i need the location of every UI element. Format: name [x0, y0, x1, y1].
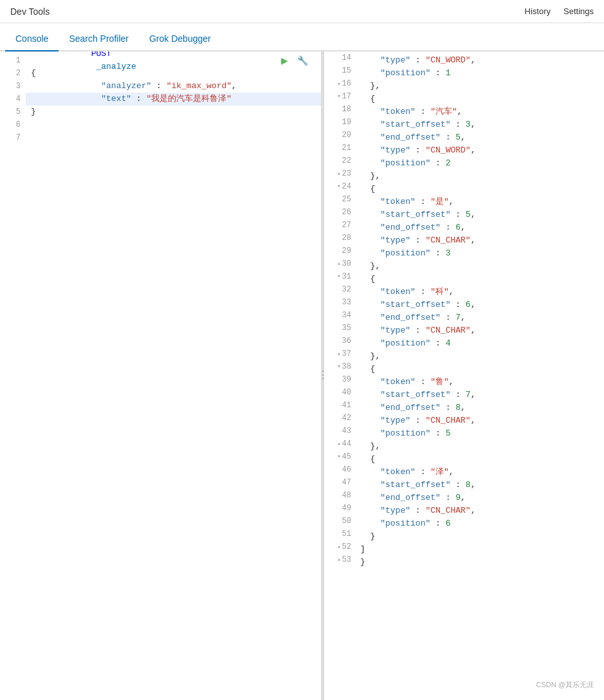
fold-down-arrow-2: ▾ [0, 67, 1, 80]
fold-up-arrow-52: ▴ [337, 540, 340, 553]
results-line-content-15: "position" : 1 [355, 67, 604, 80]
line-num-7: 7 [5, 131, 21, 144]
results-line-content-33: "start_offset" : 6, [355, 299, 604, 311]
results-line-num-41: 41 [328, 399, 351, 412]
results-line-content-31: { [355, 273, 604, 286]
results-line-num-33: 33 [328, 296, 351, 309]
fold-up-arrow-37: ▴ [337, 347, 340, 360]
results-line-num-27: 27 [328, 219, 351, 232]
results-line-content-48: "end_offset" : 9, [355, 492, 604, 504]
top-bar-actions: History Settings [525, 6, 594, 16]
editor-line-4-content: "text" : "我是的汽车是科鲁泽" [31, 80, 232, 118]
results-line-num-26: 26 [328, 206, 351, 219]
fold-up-arrow-16: ▴ [337, 77, 340, 90]
results-line-num-16: ▴16 [328, 77, 351, 90]
results-line-num-48: 48 [328, 489, 351, 502]
results-line-num-44: ▴44 [328, 438, 351, 450]
fold-down-arrow-24: ▾ [337, 180, 340, 193]
tab-grok-debugger[interactable]: Grok Debugger [139, 27, 221, 51]
editor-line-numbers: 1 ▾2 3 4 5 6 7 [0, 51, 26, 679]
results-line-content-40: "start_offset" : 7, [355, 389, 604, 401]
results-line-content-23: }, [355, 170, 604, 183]
results-line-content-25: "token" : "是", [355, 196, 604, 208]
editor-line-1: POST _analyze ▶ 🔧 [26, 54, 321, 67]
fold-down-arrow-31: ▾ [337, 270, 340, 283]
main-content: 1 ▾2 3 4 5 6 7 POST _analyze [0, 51, 604, 700]
settings-button[interactable]: 🔧 [295, 54, 311, 67]
results-line-num-50: 50 [328, 515, 351, 528]
results-panel[interactable]: 1415▴16▾171819202122▴23▾242526272829▴30▾… [324, 51, 604, 700]
editor-line-5-content: } [31, 106, 36, 118]
results-line-num-45: ▾45 [328, 450, 351, 463]
results-line-content-19: "start_offset" : 3, [355, 118, 604, 131]
line-num-3: 3 [5, 80, 21, 93]
results-line-content-35: "type" : "CN_CHAR", [355, 324, 604, 337]
http-method: POST [91, 51, 111, 59]
results-line-content-50: "position" : 6 [355, 517, 604, 530]
results-line-content-30: }, [355, 260, 604, 273]
results-line-num-18: 18 [328, 103, 351, 116]
fold-down-arrow-45: ▾ [337, 450, 340, 463]
settings-link[interactable]: Settings [563, 6, 594, 16]
fold-down-arrow-17: ▾ [337, 90, 340, 103]
watermark: CSDN @其乐无涯 [536, 680, 594, 690]
results-line-content-14: "type" : "CN_WORD", [355, 54, 604, 67]
results-line-content-37: }, [355, 350, 604, 363]
code-area[interactable]: 1 ▾2 3 4 5 6 7 POST _analyze [0, 51, 321, 679]
editor-line-7 [26, 131, 321, 144]
tab-search-profiler[interactable]: Search Profiler [59, 27, 139, 51]
resizer-dots-icon: ⋮ [318, 371, 328, 381]
results-line-content-17: { [355, 93, 604, 106]
results-line-num-23: ▴23 [328, 167, 351, 180]
results-line-content-43: "position" : 5 [355, 427, 604, 440]
editor-line-4: "text" : "我是的汽车是科鲁泽" [26, 93, 321, 106]
results-line-content-45: { [355, 453, 604, 466]
fold-up-arrow-23: ▴ [337, 167, 340, 180]
results-line-num-52: ▴52 [328, 540, 351, 553]
editor-line-6 [26, 118, 321, 131]
results-code: 1415▴16▾171819202122▴23▾242526272829▴30▾… [324, 51, 604, 571]
results-line-num-25: 25 [328, 193, 351, 206]
results-line-num-29: 29 [328, 244, 351, 257]
results-line-content-41: "end_offset" : 8, [355, 401, 604, 414]
results-line-num-38: ▾38 [328, 360, 351, 373]
results-line-num-40: 40 [328, 386, 351, 399]
results-line-num-14: 14 [328, 51, 351, 64]
results-line-content-20: "end_offset" : 5, [355, 131, 604, 144]
results-line-num-51: 51 [328, 528, 351, 540]
line-actions: ▶ 🔧 [279, 54, 311, 67]
results-line-num-15: 15 [328, 64, 351, 77]
results-line-content-38: { [355, 363, 604, 376]
results-line-num-22: 22 [328, 154, 351, 167]
results-line-content-24: { [355, 183, 604, 196]
tabs-bar: Console Search Profiler Grok Debugger [0, 23, 604, 51]
results-line-content-39: "token" : "鲁", [355, 376, 604, 389]
results-line-content-44: }, [355, 440, 604, 453]
results-line-content-27: "end_offset" : 6, [355, 221, 604, 234]
results-line-num-24: ▾24 [328, 180, 351, 193]
panel-resizer[interactable]: ⋮ [322, 51, 324, 700]
fold-up-arrow-44: ▴ [337, 438, 340, 450]
results-line-num-21: 21 [328, 142, 351, 154]
line-num-6: 6 [5, 118, 21, 131]
results-line-content-46: "token" : "泽", [355, 466, 604, 479]
results-line-content-52: ] [355, 543, 604, 556]
history-link[interactable]: History [525, 6, 551, 16]
results-line-content-22: "position" : 2 [355, 157, 604, 170]
results-line-num-47: 47 [328, 476, 351, 489]
results-line-content-29: "position" : 3 [355, 247, 604, 260]
fold-up-arrow-53: ▴ [337, 553, 340, 566]
results-line-content-32: "token" : "科", [355, 286, 604, 299]
editor-code-content[interactable]: POST _analyze ▶ 🔧 { "analyzer" : "ik_max [26, 51, 321, 679]
run-button[interactable]: ▶ [279, 54, 291, 67]
results-line-content-53: } [355, 556, 604, 569]
results-line-content-18: "token" : "汽车", [355, 106, 604, 118]
tab-console[interactable]: Console [5, 27, 59, 51]
results-line-num-35: 35 [328, 322, 351, 335]
results-line-num-36: 36 [328, 335, 351, 347]
line-num-4: 4 [5, 93, 21, 106]
results-line-content-36: "position" : 4 [355, 337, 604, 350]
results-line-content-42: "type" : "CN_CHAR", [355, 414, 604, 427]
results-line-num-17: ▾17 [328, 90, 351, 103]
results-line-content-34: "end_offset" : 7, [355, 311, 604, 324]
